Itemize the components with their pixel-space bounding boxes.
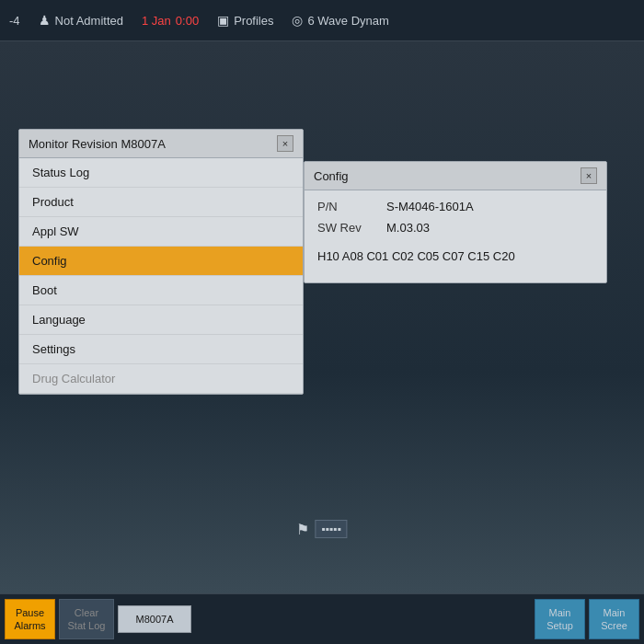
main-screen-button[interactable]: Main Scree: [589, 599, 639, 639]
menu-item-language[interactable]: Language: [19, 305, 303, 335]
config-content: P/N S-M4046-1601A SW Rev M.03.03 H10 A08…: [305, 190, 606, 282]
profiles-icon: ▣: [217, 13, 229, 28]
config-pn-value: S-M4046-1601A: [386, 200, 474, 213]
patient-status: ♟ Not Admitted: [39, 13, 123, 28]
config-swrev-label: SW Rev: [317, 221, 368, 235]
config-pn-label: P/N: [317, 200, 368, 213]
top-status-bar: -4 ♟ Not Admitted 1 Jan 0:00 ▣ Profiles …: [0, 0, 644, 41]
datetime-display: 1 Jan 0:00: [142, 14, 199, 28]
flag-battery-area: ⚑ ▪▪▪▪▪: [296, 520, 347, 538]
battery-icon: ▪▪▪▪▪: [315, 520, 347, 538]
config-swrev-row: SW Rev M.03.03: [317, 221, 593, 235]
menu-item-boot[interactable]: Boot: [19, 276, 303, 305]
menu-item-config[interactable]: Config: [19, 247, 303, 276]
device-model-label: M8007A: [118, 605, 191, 633]
monitor-dialog-titlebar: Monitor Revision M8007A ×: [19, 130, 303, 158]
menu-item-settings[interactable]: Settings: [19, 335, 303, 364]
wave-dynamic-button[interactable]: ◎ 6 Wave Dynam: [292, 13, 388, 28]
clear-stat-log-button[interactable]: Clear Stat Log: [59, 599, 114, 639]
menu-item-status-log[interactable]: Status Log: [19, 158, 303, 188]
pause-alarms-button[interactable]: Pause Alarms: [5, 599, 55, 639]
monitor-dialog-close[interactable]: ×: [277, 135, 293, 152]
config-codes: H10 A08 C01 C02 C05 C07 C15 C20: [317, 242, 593, 273]
bottom-toolbar: Pause Alarms Clear Stat Log M8007A Main …: [0, 593, 644, 644]
config-dialog-title: Config: [314, 169, 349, 183]
main-setup-button[interactable]: Main Setup: [535, 599, 585, 639]
config-dialog: Config × P/N S-M4046-1601A SW Rev M.03.0…: [304, 161, 607, 283]
menu-item-drug-calculator: Drug Calculator: [19, 364, 303, 394]
config-dialog-titlebar: Config ×: [305, 162, 606, 190]
config-dialog-close[interactable]: ×: [581, 167, 597, 184]
profiles-button[interactable]: ▣ Profiles: [217, 13, 273, 28]
device-id: -4: [9, 14, 20, 28]
config-swrev-value: M.03.03: [386, 221, 430, 235]
flag-icon: ⚑: [296, 521, 309, 538]
main-content-area: Monitor Revision M8007A × Status Log Pro…: [0, 41, 644, 593]
menu-item-appl-sw[interactable]: Appl SW: [19, 217, 303, 247]
monitor-revision-dialog: Monitor Revision M8007A × Status Log Pro…: [18, 129, 304, 395]
menu-item-product[interactable]: Product: [19, 188, 303, 217]
config-pn-row: P/N S-M4046-1601A: [317, 200, 593, 213]
monitor-dialog-title: Monitor Revision M8007A: [29, 137, 166, 151]
wave-icon: ◎: [292, 13, 303, 28]
patient-icon: ♟: [39, 13, 51, 28]
